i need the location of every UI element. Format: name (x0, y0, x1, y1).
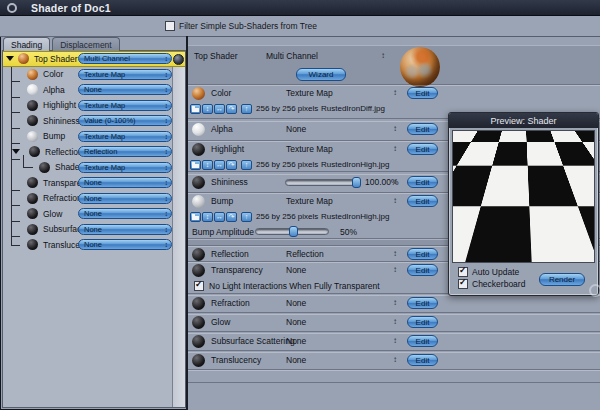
reload-button[interactable]: ↑ (241, 104, 252, 114)
tree-item-transparency[interactable]: Transparency None↕ (3, 175, 185, 191)
glow-edit-button[interactable]: Edit (407, 316, 438, 328)
render-button[interactable]: Render (539, 273, 585, 286)
open-file-button[interactable] (190, 104, 201, 114)
transparency-type-dropdown[interactable]: None↕ (78, 177, 172, 188)
bump-type-dropdown[interactable]: Texture Map↕ (78, 131, 172, 142)
filter-subshaders-option[interactable]: Filter Simple Sub-Shaders from Tree (165, 21, 317, 31)
dropdown-arrows-icon[interactable]: ↕ (393, 88, 397, 98)
reload-button[interactable]: ↑ (241, 212, 252, 222)
shininess-edit-button[interactable]: Edit (407, 176, 438, 188)
subsurface-edit-button[interactable]: Edit (407, 335, 438, 347)
window-titlebar[interactable]: Shader of Doc1 (0, 0, 600, 16)
shader-type-dropdown[interactable]: Texture Map↕ (78, 162, 172, 173)
dropdown-arrows-icon[interactable]: ↕ (393, 355, 397, 365)
flip-vertical-button[interactable]: ↕ (202, 212, 213, 222)
rotate-button[interactable]: ↷ (226, 160, 237, 170)
refraction-edit-button[interactable]: Edit (407, 297, 438, 309)
dropdown-arrows-icon[interactable]: ↕ (393, 124, 397, 134)
color-edit-button[interactable]: Edit (407, 87, 438, 99)
preview-titlebar[interactable]: Preview: Shader (449, 113, 598, 128)
flip-horizontal-button[interactable]: ↔ (214, 104, 225, 114)
panel-divider[interactable] (186, 36, 188, 410)
subsurface-type-dropdown[interactable]: None↕ (78, 224, 172, 235)
wizard-button[interactable]: Wizard (296, 68, 346, 81)
rotate-button[interactable]: ↷ (226, 212, 237, 222)
dropdown-arrows-icon[interactable]: ↕ (393, 265, 397, 275)
reflection-type-dropdown[interactable]: Reflection↕ (78, 146, 172, 157)
open-file-button[interactable] (190, 160, 201, 170)
dropdown-arrows-icon[interactable]: ↕ (393, 336, 397, 346)
dropdown-arrows-icon[interactable]: ↕ (393, 249, 397, 259)
tree-item-subsurface[interactable]: Subsurface Sc None↕ (3, 222, 185, 238)
alpha-edit-button[interactable]: Edit (407, 123, 438, 135)
tree-item-color[interactable]: Color Texture Map↕ (3, 67, 185, 83)
top-shader-type-dropdown[interactable]: Multi Channel↕ (78, 53, 172, 64)
tree-item-bump[interactable]: Bump Texture Map↕ (3, 129, 185, 145)
transparency-edit-button[interactable]: Edit (407, 264, 438, 276)
resize-grip[interactable] (589, 284, 600, 297)
shininess-slider[interactable] (285, 179, 361, 186)
preview-window[interactable]: Preview: Shader Auto Update Checkerboard… (448, 112, 599, 296)
highlight-type-dropdown[interactable]: Texture Map↕ (78, 100, 172, 111)
tree-item-shininess[interactable]: Shininess Value (0-100%)↕ (3, 113, 185, 129)
tree-item-translucency[interactable]: Translucency None↕ (3, 237, 185, 253)
translucency-type-dropdown[interactable]: None↕ (78, 239, 172, 250)
glow-type-dropdown[interactable]: None↕ (78, 208, 172, 219)
tree-item-top-shader[interactable]: Top Shader Multi Channel↕ (3, 51, 185, 67)
refraction-type-dropdown[interactable]: None↕ (78, 193, 172, 204)
checkerboard-checkbox[interactable] (458, 279, 468, 289)
rotate-button[interactable]: ↷ (226, 104, 237, 114)
tree-item-refraction[interactable]: Refraction None↕ (3, 191, 185, 207)
highlight-edit-button[interactable]: Edit (407, 143, 438, 155)
open-file-button[interactable] (190, 212, 201, 222)
dropdown-arrows-icon[interactable]: ↕ (381, 51, 385, 60)
refraction-row[interactable]: Refraction None ↕ Edit (188, 295, 600, 311)
flip-vertical-button[interactable]: ↕ (202, 160, 213, 170)
tree-item-label: Top Shader (34, 54, 77, 64)
tree-item-glow[interactable]: Glow None↕ (3, 206, 185, 222)
bump-amplitude-slider[interactable] (255, 228, 329, 235)
glow-row[interactable]: Glow None ↕ Edit (188, 314, 600, 330)
shininess-type-dropdown[interactable]: Value (0-100%)↕ (78, 115, 172, 126)
flip-vertical-button[interactable]: ↕ (202, 104, 213, 114)
bump-edit-button[interactable]: Edit (407, 195, 438, 207)
shader-tree-panel: Top Shader Multi Channel↕ Color Texture … (2, 50, 186, 408)
tree-item-highlight[interactable]: Highlight Texture Map↕ (3, 98, 185, 114)
checkerboard-option[interactable]: Checkerboard (458, 279, 525, 289)
tab-shading[interactable]: Shading (3, 37, 50, 51)
dropdown-arrows-icon[interactable]: ↕ (393, 298, 397, 308)
filter-subshaders-checkbox[interactable] (165, 21, 175, 31)
no-light-interactions-checkbox[interactable] (194, 281, 204, 291)
flip-horizontal-button[interactable]: ↔ (214, 160, 225, 170)
top-band: Filter Simple Sub-Shaders from Tree (0, 16, 600, 37)
dropdown-arrows-icon[interactable]: ↕ (393, 196, 397, 206)
translucency-edit-button[interactable]: Edit (407, 354, 438, 366)
channel-sphere-icon (192, 87, 205, 100)
expand-triangle-icon[interactable] (12, 149, 20, 154)
color-row[interactable]: Color Texture Map ↕ Edit (188, 85, 600, 101)
tree-item-reflection[interactable]: Reflection Reflection↕ (3, 144, 185, 160)
dropdown-arrows-icon[interactable]: ↕ (393, 144, 397, 154)
tree-item-shader[interactable]: Shader Texture Map↕ (3, 160, 185, 176)
tab-displacement[interactable]: Displacement (52, 37, 120, 51)
flip-horizontal-button[interactable]: ↔ (214, 212, 225, 222)
dropdown-arrows-icon[interactable]: ↕ (393, 177, 397, 187)
translucency-row[interactable]: Translucency None ↕ Edit (188, 352, 600, 368)
reload-button[interactable]: ↑ (241, 160, 252, 170)
slider-thumb[interactable] (352, 177, 361, 188)
alpha-type-dropdown[interactable]: None↕ (78, 84, 172, 95)
tree-item-alpha[interactable]: Alpha None↕ (3, 82, 185, 98)
window-close-icon[interactable] (7, 3, 17, 13)
subsurface-row[interactable]: Subsurface Scattering None ↕ Edit (188, 333, 600, 349)
dropdown-arrows-icon: ↕ (165, 163, 169, 173)
dropdown-arrows-icon[interactable]: ↕ (393, 317, 397, 327)
color-type-dropdown[interactable]: Texture Map↕ (78, 69, 172, 80)
expand-triangle-icon[interactable] (6, 56, 14, 61)
auto-update-checkbox[interactable] (458, 267, 468, 277)
slider-thumb[interactable] (289, 226, 298, 237)
reflection-edit-button[interactable]: Edit (407, 248, 438, 260)
auto-update-option[interactable]: Auto Update (458, 267, 519, 277)
bump-amplitude-label: Bump Amplitude (192, 227, 254, 237)
shader-ball-icon[interactable] (173, 54, 184, 65)
channel-sphere-icon (192, 123, 205, 136)
